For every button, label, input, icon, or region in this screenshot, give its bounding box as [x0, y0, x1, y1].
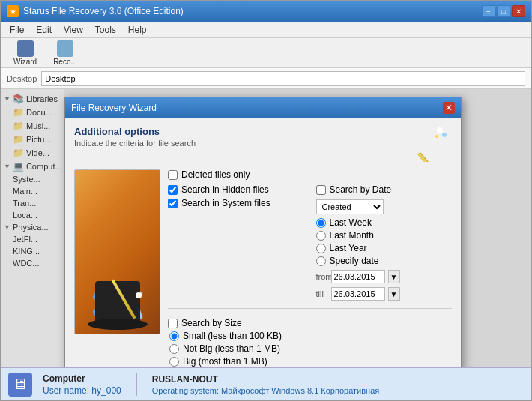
os-label: Operating system: Майкрософт Windows 8.1…	[152, 386, 379, 395]
search-by-size-label: Search by Size	[181, 318, 242, 328]
last-week-radio[interactable]	[316, 218, 326, 228]
dialog-close-button[interactable]: ✕	[443, 102, 455, 114]
maximize-button[interactable]: □	[497, 5, 510, 17]
status-bar: 🖥 Computer User name: hy_000 RUSLAN-NOUT…	[1, 367, 531, 400]
deleted-files-checkbox[interactable]	[168, 170, 178, 180]
wizard-label: Wizard	[13, 58, 37, 66]
big-size-row: Big (most than 1 MB)	[169, 356, 452, 367]
specify-date-radio[interactable]	[316, 256, 326, 266]
last-week-row: Last Week	[316, 217, 453, 228]
deleted-files-label: Deleted files only	[181, 169, 250, 180]
wizard-icon	[17, 40, 34, 57]
search-hidden-checkbox[interactable]	[168, 185, 178, 195]
computer-name-label: Computer	[43, 373, 121, 384]
date-section: Created Modified Accessed Last Week	[316, 196, 453, 301]
menu-help[interactable]: Help	[122, 23, 153, 37]
file-recovery-wizard-dialog: File Recovery Wizard ✕ Additional option…	[64, 97, 462, 367]
col-left: Search in Hidden files Search in System …	[168, 184, 304, 301]
till-calendar-button[interactable]: ▼	[388, 287, 400, 301]
toolbar: Wizard Reco...	[1, 38, 531, 68]
last-week-label: Last Week	[330, 217, 372, 228]
title-bar-controls: − □ ✕	[482, 5, 525, 17]
search-by-date-label: Search by Date	[330, 184, 392, 195]
small-size-row: Small (less than 100 KB)	[169, 331, 452, 341]
status-text-block: Computer User name: hy_000	[43, 373, 121, 396]
last-year-label: Last Year	[330, 243, 367, 253]
wand-svg	[416, 126, 452, 162]
search-by-size-checkbox[interactable]	[168, 319, 178, 328]
search-by-date-checkbox[interactable]	[316, 185, 326, 195]
menu-edit[interactable]: Edit	[30, 23, 58, 37]
menu-view[interactable]: View	[58, 23, 89, 37]
last-year-radio[interactable]	[316, 244, 326, 253]
address-label: Desktop	[7, 74, 37, 83]
big-size-label: Big (most than 1 MB)	[183, 356, 267, 367]
search-by-size-row: Search by Size	[168, 318, 452, 328]
hidden-files-row: Search in Hidden files	[168, 184, 304, 195]
search-by-date-row: Search by Date	[316, 184, 453, 195]
small-size-label: Small (less than 100 KB)	[183, 331, 282, 341]
options-two-col: Search in Hidden files Search in System …	[168, 184, 452, 301]
size-section: Search by Size Small (less than 100 KB) …	[168, 318, 452, 367]
small-size-radio[interactable]	[169, 331, 179, 341]
svg-point-3	[442, 133, 447, 137]
menu-file[interactable]: File	[4, 23, 30, 37]
content-area: ▼ 📚 Libraries 📁 Docu... 📁 Musi... 📁 Pict…	[1, 89, 531, 367]
dialog-header-subtitle: Indicate the criteria for file search	[74, 139, 196, 148]
deleted-files-row: Deleted files only	[168, 169, 452, 180]
user-name-label: User name: hy_000	[43, 385, 121, 396]
from-label: from	[316, 272, 328, 281]
size-radio-group: Small (less than 100 KB) Not Big (less t…	[169, 331, 452, 367]
date-type-select[interactable]: Created Modified Accessed	[316, 199, 384, 214]
minimize-button[interactable]: −	[482, 5, 495, 17]
title-bar-left: ★ Starus File Recovery 3.6 (Office Editi…	[7, 5, 184, 17]
till-label: till	[316, 289, 328, 298]
status-divider	[136, 373, 137, 396]
dialog-header-title: Additional options	[74, 126, 196, 137]
col-right: Search by Date Created Modified Accessed	[316, 184, 453, 301]
recover-toolbar-btn[interactable]: Reco...	[46, 37, 84, 69]
dialog-body: Additional options Indicate the criteria…	[65, 118, 461, 367]
close-window-button[interactable]: ✕	[512, 5, 525, 17]
app-title: Starus File Recovery 3.6 (Office Edition…	[23, 6, 184, 16]
specify-date-label: Specify date	[330, 256, 379, 266]
dialog-content: Deleted files only Search in Hidden file…	[74, 169, 452, 367]
dialog-options: Deleted files only Search in Hidden file…	[168, 169, 452, 367]
magic-hat	[88, 281, 148, 334]
last-month-label: Last Month	[330, 230, 374, 241]
dialog-title-text: File Recovery Wizard	[71, 103, 157, 113]
section-divider	[168, 308, 452, 309]
big-size-radio[interactable]	[169, 357, 179, 367]
title-bar: ★ Starus File Recovery 3.6 (Office Editi…	[1, 1, 531, 22]
address-input[interactable]	[41, 71, 525, 86]
recover-icon	[57, 40, 73, 57]
address-bar: Desktop	[1, 68, 531, 89]
specify-date-row: Specify date	[316, 256, 453, 266]
from-date-input[interactable]	[331, 270, 385, 283]
till-date-row: till ▼	[316, 287, 453, 301]
hat-wrapper	[75, 170, 160, 334]
dialog-title-bar: File Recovery Wizard ✕	[65, 97, 461, 118]
wizard-toolbar-btn[interactable]: Wizard	[7, 37, 43, 69]
notbig-size-label: Not Big (less than 1 MB)	[183, 343, 280, 354]
search-system-checkbox[interactable]	[168, 199, 178, 208]
hat-brim	[88, 319, 148, 330]
wizard-image	[74, 169, 160, 334]
last-year-row: Last Year	[316, 243, 453, 253]
date-radio-group: Last Week Last Month Last	[316, 217, 453, 301]
menu-tools[interactable]: Tools	[89, 23, 122, 37]
notbig-size-radio[interactable]	[169, 344, 179, 354]
computer-status-icon: 🖥	[8, 373, 32, 397]
from-date-row: from ▼	[316, 270, 453, 283]
search-system-label: Search in System files	[181, 198, 270, 208]
svg-rect-1	[417, 152, 440, 162]
till-date-input[interactable]	[331, 287, 385, 301]
svg-point-4	[435, 135, 438, 138]
last-month-row: Last Month	[316, 230, 453, 241]
wizard-wand-icon	[416, 126, 452, 162]
from-calendar-button[interactable]: ▼	[388, 270, 400, 283]
app-icon: ★	[7, 5, 19, 17]
system-files-row: Search in System files	[168, 198, 304, 208]
status-os-block: RUSLAN-NOUT Operating system: Майкрософт…	[152, 374, 379, 395]
last-month-radio[interactable]	[316, 231, 326, 241]
